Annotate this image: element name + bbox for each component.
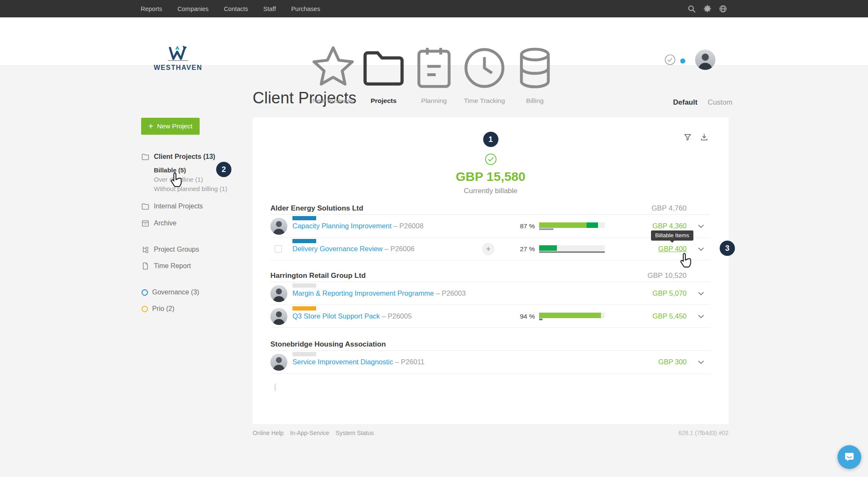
chevron-down-icon[interactable] [698, 360, 704, 364]
planned-billing-minibar [292, 239, 316, 243]
company-name[interactable]: Harrington Retail Group Ltd [270, 272, 605, 280]
top-bar: Reports Companies Contacts Staff Purchas… [0, 0, 868, 17]
user-avatar[interactable] [695, 50, 715, 70]
project-row: Capacity Planning Improvement – P26008 8… [270, 215, 710, 238]
progress-percent: 87 % [501, 222, 535, 230]
chat-launcher-button[interactable] [837, 445, 861, 469]
sidebar-item-time-report[interactable]: Time Report [141, 261, 268, 271]
project-owner-avatar[interactable] [270, 218, 287, 235]
star-icon [308, 43, 359, 93]
logo-mark-icon [153, 44, 203, 63]
top-bar-icons [687, 0, 727, 17]
project-name-link[interactable]: Margin & Reporting Improvement Programme [292, 289, 434, 297]
app-bar: WESTHAVEN New Business Projects Planning… [0, 17, 868, 66]
company-header: Alder Energy Solutions Ltd GBP 4,760 [270, 202, 710, 215]
tab-default[interactable]: Default [673, 98, 698, 107]
project-groups-list: Alder Energy Solutions Ltd GBP 4,760 Cap… [270, 202, 710, 374]
archive-icon [141, 219, 150, 227]
tasks-check-icon[interactable] [664, 53, 676, 66]
sidebar-item-internal-projects[interactable]: Internal Projects [141, 202, 268, 211]
search-icon[interactable] [687, 5, 696, 13]
company-name[interactable]: Stonebridge Housing Association [270, 340, 605, 349]
row-checkbox[interactable] [275, 245, 282, 252]
chevron-down-icon[interactable] [698, 247, 704, 251]
sidebar-sublist: Billable (5) Over deadline (1) Without p… [141, 165, 268, 193]
footer-system-status[interactable]: System Status [336, 430, 374, 436]
sidebar-item-archive[interactable]: Archive [141, 219, 268, 228]
progress-percent: 27 % [501, 245, 535, 253]
project-name-link[interactable]: Capacity Planning Improvement [292, 222, 392, 230]
company-header: Harrington Retail Group Ltd GBP 10,520 [270, 269, 710, 282]
billable-items-tooltip: Billable Items [651, 230, 693, 241]
projects-panel: 1 GBP 15,580 Currently billable Alder En… [253, 117, 729, 424]
project-owner-avatar[interactable] [270, 285, 287, 302]
add-line-button[interactable]: + [482, 243, 495, 255]
main-nav: New Business Projects Planning Time Trac… [308, 43, 560, 105]
view-tabs: Default Custom [673, 98, 732, 107]
sidebar-item-client-projects[interactable]: Client Projects (13) [141, 152, 268, 162]
sidebar-item-prio[interactable]: Prio (2) [141, 304, 268, 313]
governance-tag-icon [142, 289, 148, 296]
billable-amount[interactable]: GBP 300 [605, 358, 692, 366]
tab-custom[interactable]: Custom [708, 98, 733, 107]
folder-icon [359, 43, 409, 93]
project-row: Margin & Reporting Improvement Programme… [270, 282, 710, 305]
globe-icon[interactable] [719, 5, 727, 13]
logo-text: WESTHAVEN [153, 64, 203, 72]
logo[interactable]: WESTHAVEN [153, 44, 203, 72]
project-row: Service Improvement Diagnostic – P26011 … [270, 351, 710, 374]
nav-projects[interactable]: Projects [359, 43, 409, 105]
top-menu: Reports Companies Contacts Staff Purchas… [141, 0, 320, 17]
currently-billable-caption: Currently billable [253, 187, 729, 195]
project-name-link[interactable]: Delivery Governance Review [292, 245, 383, 252]
project-name-link[interactable]: Service Improvement Diagnostic [292, 358, 393, 366]
top-menu-purchases[interactable]: Purchases [291, 6, 320, 12]
top-menu-reports[interactable]: Reports [141, 6, 162, 12]
nav-new-business[interactable]: New Business [308, 43, 359, 105]
plus-icon: + [486, 244, 490, 254]
chat-bubble-icon [843, 451, 855, 463]
new-project-button[interactable]: + New Project [141, 118, 200, 135]
chevron-down-icon[interactable] [698, 314, 704, 319]
billable-amount[interactable]: GBP 5,450 [605, 312, 692, 320]
billable-amount[interactable]: GBP 4,360 [605, 222, 692, 230]
nav-planning[interactable]: Planning [409, 43, 459, 105]
nav-time-tracking[interactable]: Time Tracking [459, 43, 510, 105]
project-name-link[interactable]: Q3 Store Pilot Support Pack [292, 312, 380, 320]
project-owner-avatar[interactable] [270, 308, 287, 325]
footer-online-help[interactable]: Online Help [253, 430, 284, 436]
prio-tag-icon [142, 306, 148, 312]
app-bar-right [664, 50, 715, 70]
top-menu-staff[interactable]: Staff [263, 6, 276, 12]
chevron-down-icon[interactable] [698, 224, 704, 228]
plus-icon: + [148, 122, 153, 130]
select-checkbox[interactable] [275, 383, 275, 391]
sidebar-item-project-groups[interactable]: Project Groups [141, 245, 268, 254]
project-row: Billable Items Delivery Governance Revie… [270, 238, 710, 261]
sidebar-item-governance[interactable]: Governance (3) [141, 288, 268, 297]
planned-billing-minibar [292, 283, 316, 288]
clock-icon [459, 43, 510, 93]
progress-bar [539, 222, 605, 230]
project-owner-avatar[interactable] [270, 354, 287, 371]
progress-bar [539, 245, 605, 253]
hand-cursor-icon [678, 252, 693, 270]
billable-amount[interactable]: GBP 5,070 [605, 289, 692, 297]
gear-icon[interactable] [703, 5, 712, 13]
footer-in-app-service[interactable]: In-App-Service [290, 430, 329, 436]
hand-cursor-icon [169, 172, 184, 190]
callout-badge-1: 1 [483, 132, 498, 147]
billable-amount-link[interactable]: GBP 400 [658, 245, 687, 252]
chevron-down-icon[interactable] [698, 291, 704, 296]
nav-billing[interactable]: Billing [510, 43, 560, 105]
company-total: GBP 10,520 [605, 272, 692, 280]
top-menu-companies[interactable]: Companies [178, 6, 209, 12]
top-menu-contacts[interactable]: Contacts [224, 6, 248, 12]
company-header: Stonebridge Housing Association [270, 338, 710, 351]
hierarchy-icon [141, 245, 150, 254]
planner-icon [409, 43, 459, 93]
sidebar: + New Project Client Projects (13) Billa… [141, 118, 268, 313]
planned-billing-minibar [292, 306, 316, 311]
progress-bar [539, 313, 605, 320]
company-name[interactable]: Alder Energy Solutions Ltd [270, 204, 605, 213]
